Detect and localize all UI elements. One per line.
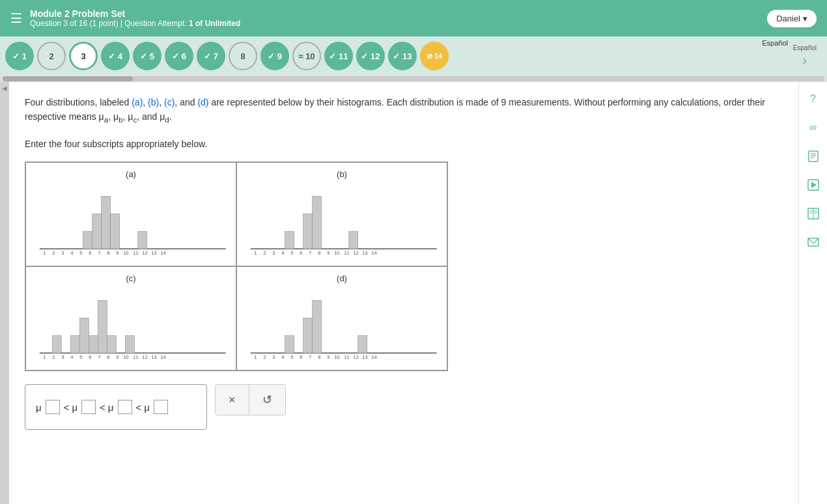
nav-item-13[interactable]: ✓ 13 [388, 42, 417, 70]
svg-text:6: 6 [89, 354, 91, 360]
svg-text:5: 5 [290, 250, 293, 256]
mu-symbol-3: μ [108, 402, 114, 413]
svg-text:3: 3 [61, 354, 64, 360]
notes-icon[interactable] [804, 147, 822, 165]
clear-button[interactable]: × [216, 385, 249, 415]
svg-text:1: 1 [43, 250, 46, 256]
svg-rect-44 [98, 301, 107, 354]
svg-text:12: 12 [353, 250, 358, 256]
header-left: ☰ Module 2 Problem Set Question 3 of 16 … [10, 8, 240, 28]
svg-rect-2 [92, 214, 102, 249]
mu-symbol-4: μ [144, 402, 150, 413]
module-title: Module 2 Problem Set [30, 8, 240, 19]
nav-item-8[interactable]: 8 [229, 42, 257, 70]
espanol-label: Español [793, 44, 817, 51]
svg-rect-64 [313, 301, 322, 354]
svg-text:9: 9 [116, 250, 119, 256]
infinity-icon[interactable]: ∞ [804, 119, 822, 137]
svg-text:14: 14 [371, 250, 376, 256]
and-text: and [180, 97, 195, 107]
ref-c[interactable]: (c) [164, 97, 175, 107]
header-title: Module 2 Problem Set Question 3 of 16 (1… [30, 8, 240, 28]
svg-rect-40 [52, 335, 61, 353]
histogram-d-title: (d) [244, 273, 440, 283]
attempt-label: Question Attempt: [124, 19, 186, 28]
svg-text:4: 4 [281, 250, 284, 256]
svg-text:2: 2 [52, 354, 55, 360]
svg-rect-23 [313, 197, 322, 249]
nav-item-10[interactable]: ≈ 10 [292, 42, 321, 70]
svg-rect-22 [303, 214, 313, 249]
nav-item-6[interactable]: ✓ 6 [165, 42, 193, 70]
svg-text:13: 13 [362, 250, 367, 256]
content-area: Four distributions, labeled (a), (b), (c… [9, 82, 798, 504]
svg-text:14: 14 [160, 250, 165, 256]
book-icon[interactable] [804, 204, 822, 223]
nav-item-5[interactable]: ✓ 5 [133, 42, 161, 70]
main-content: ◀ Four distributions, labeled (a), (b), … [0, 82, 827, 504]
svg-text:13: 13 [362, 354, 367, 360]
enter-text: Enter the four subscripts appropriately … [25, 137, 783, 151]
reset-button[interactable]: ↺ [249, 385, 285, 415]
scroll-left[interactable]: ◀ [0, 82, 9, 504]
nav-item-12[interactable]: ✓ 12 [356, 42, 385, 70]
nav-bar: ✓ 1 2 3 ✓ 4 ✓ 5 ✓ 6 ✓ 7 8 ✓ 9 ≈ 10 ✓ 11 … [5, 42, 822, 70]
nav-item-2[interactable]: 2 [37, 42, 66, 70]
svg-rect-42 [79, 318, 89, 353]
svg-text:7: 7 [98, 354, 100, 360]
lt-1: < [64, 402, 70, 413]
nav-item-1[interactable]: ✓ 1 [5, 42, 34, 70]
point-info: (1 point) [89, 19, 118, 28]
svg-marker-85 [811, 182, 817, 188]
nav-item-7[interactable]: ✓ 7 [197, 42, 225, 70]
user-button[interactable]: Daniel ▾ [767, 10, 817, 27]
svg-text:8: 8 [318, 250, 320, 256]
action-buttons: × ↺ [215, 384, 286, 415]
svg-text:11: 11 [344, 250, 349, 256]
subscript-box-3[interactable] [118, 400, 132, 414]
svg-rect-4 [111, 214, 120, 249]
svg-rect-45 [107, 335, 116, 353]
question-number: Question 3 of 16 [30, 19, 87, 28]
svg-text:8: 8 [107, 250, 109, 256]
svg-text:12: 12 [142, 250, 147, 256]
ref-a[interactable]: (a) [132, 97, 143, 107]
hamburger-icon[interactable]: ☰ [10, 10, 22, 26]
histogram-a-title: (a) [33, 169, 229, 179]
nav-item-11[interactable]: ✓ 11 [324, 42, 353, 70]
histogram-b: (b) 1 2 3 4 5 6 [236, 162, 447, 266]
svg-text:5: 5 [79, 250, 82, 256]
nav-item-4[interactable]: ✓ 4 [101, 42, 130, 70]
svg-text:10: 10 [123, 250, 128, 256]
question-text: Four distributions, labeled (a), (b), (c… [25, 95, 783, 126]
mail-icon[interactable] [804, 233, 822, 251]
lt-2: < [100, 402, 105, 413]
svg-text:12: 12 [142, 354, 147, 360]
answer-input-box[interactable]: μ < μ < μ < μ [25, 384, 207, 430]
svg-text:2: 2 [263, 250, 266, 256]
svg-text:11: 11 [344, 354, 349, 360]
subscript-box-4[interactable] [154, 400, 168, 414]
header: ☰ Module 2 Problem Set Question 3 of 16 … [0, 0, 827, 36]
ref-b[interactable]: (b) [148, 97, 159, 107]
header-right: Daniel ▾ [767, 10, 817, 27]
chevron-down-icon: ▾ [803, 14, 807, 23]
scrollbar-thumb[interactable] [3, 76, 133, 81]
play-icon[interactable] [804, 176, 822, 194]
subscript-box-2[interactable] [81, 400, 96, 414]
help-icon[interactable]: ? [804, 90, 822, 108]
subscript-box-1[interactable] [46, 400, 60, 414]
svg-text:13: 13 [151, 354, 156, 360]
svg-text:8: 8 [107, 354, 109, 360]
svg-text:10: 10 [334, 354, 339, 360]
svg-rect-65 [358, 335, 367, 353]
nav-item-3[interactable]: 3 [69, 42, 98, 70]
svg-rect-1 [83, 231, 92, 249]
nav-item-14[interactable]: ⊘ 14 [420, 42, 449, 70]
svg-rect-21 [285, 231, 294, 249]
nav-item-9[interactable]: ✓ 9 [260, 42, 289, 70]
ref-d[interactable]: (d) [197, 97, 208, 107]
nav-arrow-right[interactable]: › [803, 53, 807, 68]
lt-3: < [136, 402, 142, 413]
svg-rect-63 [303, 318, 313, 353]
